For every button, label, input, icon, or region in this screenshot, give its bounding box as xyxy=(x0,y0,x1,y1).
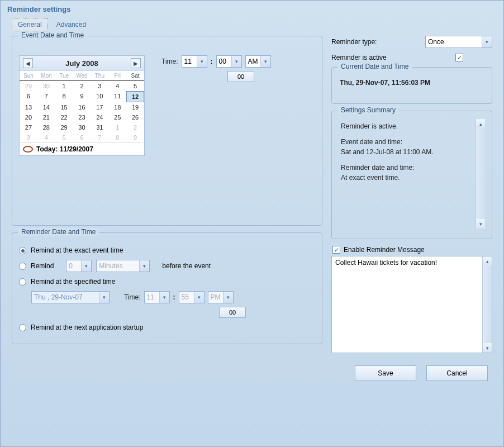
specified-date-dropdown[interactable]: Thu , 29-Nov-07 xyxy=(31,291,110,303)
cal-day[interactable]: 1 xyxy=(55,81,73,91)
radio-before-event[interactable] xyxy=(19,263,26,270)
cancel-button[interactable]: Cancel xyxy=(426,365,488,381)
reminder-legend: Reminder Date and Time xyxy=(18,228,99,236)
calendar-title: July 2008 xyxy=(65,59,98,68)
calendar-next-button[interactable]: ▶ xyxy=(131,58,141,68)
cal-day[interactable]: 13 xyxy=(20,102,37,112)
calendar-today-link[interactable]: Today: 11/29/2007 xyxy=(20,142,144,155)
current-date-time-group: Current Date and Time Thu, 29-Nov-07, 11… xyxy=(331,67,492,104)
cal-day[interactable]: 19 xyxy=(126,102,144,112)
reminder-active-label: Reminder is active xyxy=(331,54,387,61)
chevron-down-icon xyxy=(223,292,233,303)
tab-general[interactable]: General xyxy=(12,18,48,31)
event-date-time-group: Event Date and Time ◀ July 2008 ▶ Sun Mo… xyxy=(12,36,322,226)
cal-day[interactable]: 16 xyxy=(73,102,91,112)
event-hour-dropdown[interactable]: 11 xyxy=(182,55,207,68)
calendar-prev-button[interactable]: ◀ xyxy=(23,58,33,68)
cal-day[interactable]: 28 xyxy=(37,122,55,132)
cal-day[interactable]: 18 xyxy=(108,102,126,112)
cal-day[interactable]: 6 xyxy=(20,91,37,102)
cal-day[interactable]: 17 xyxy=(91,102,108,112)
summary-scrollbar[interactable]: ▴ ▾ xyxy=(476,119,485,229)
scroll-up-icon[interactable]: ▴ xyxy=(483,256,492,266)
dialog-button-row: Save Cancel xyxy=(1,358,503,389)
event-ampm-dropdown[interactable]: AM xyxy=(245,55,271,68)
reminder-message-textarea[interactable]: Collect Hawaii tickets for vacation! ▴ ▾ xyxy=(331,256,492,353)
chevron-down-icon xyxy=(99,292,109,303)
calendar[interactable]: ◀ July 2008 ▶ Sun Mon Tue Wed Thu Fri Sa… xyxy=(19,55,145,156)
tab-advanced[interactable]: Advanced xyxy=(50,18,92,31)
cal-day[interactable]: 30 xyxy=(73,122,91,132)
enable-message-checkbox[interactable] xyxy=(332,246,340,254)
cal-day[interactable]: 6 xyxy=(73,132,91,142)
cal-day[interactable]: 21 xyxy=(37,112,55,122)
radio-before-event-label: Remind xyxy=(31,262,54,270)
cal-day[interactable]: 4 xyxy=(108,81,126,91)
time-colon: : xyxy=(211,58,213,65)
cal-day[interactable]: 9 xyxy=(73,91,91,102)
cal-day[interactable]: 8 xyxy=(108,132,126,142)
chevron-down-icon xyxy=(482,36,492,47)
calendar-today-label: Today: 11/29/2007 xyxy=(36,145,93,153)
cal-day[interactable]: 3 xyxy=(91,81,108,91)
cal-day[interactable]: 27 xyxy=(20,122,37,132)
cal-day[interactable]: 24 xyxy=(91,112,108,122)
reminder-type-label: Reminder type: xyxy=(331,38,377,46)
cal-day-selected[interactable]: 12 xyxy=(126,91,144,102)
event-legend: Event Date and Time xyxy=(18,31,87,39)
cal-day[interactable]: 30 xyxy=(37,81,55,91)
chevron-down-icon xyxy=(260,56,270,67)
chevron-down-icon xyxy=(231,56,241,67)
cal-day[interactable]: 29 xyxy=(55,122,73,132)
cal-head-thu: Thu xyxy=(91,71,108,81)
specified-seconds-button[interactable]: 00 xyxy=(219,307,246,318)
cal-day[interactable]: 5 xyxy=(55,132,73,142)
current-date-time-value: Thu, 29-Nov-07, 11:56:03 PM xyxy=(339,75,485,97)
time-colon: : xyxy=(173,293,175,301)
cal-day[interactable]: 25 xyxy=(108,112,126,122)
before-unit-dropdown[interactable]: Minutes xyxy=(96,260,150,272)
cal-day[interactable]: 10 xyxy=(91,91,108,102)
reminder-settings-window: Reminder settings General Advanced Event… xyxy=(0,0,504,447)
specified-minute-dropdown[interactable]: 55 xyxy=(179,291,205,303)
radio-specified-time[interactable] xyxy=(19,278,26,286)
cal-day[interactable]: 4 xyxy=(37,132,55,142)
cal-head-sat: Sat xyxy=(126,71,144,81)
cal-head-wed: Wed xyxy=(73,71,91,81)
cal-day[interactable]: 26 xyxy=(126,112,144,122)
reminder-type-dropdown[interactable]: Once xyxy=(425,36,492,48)
cal-day[interactable]: 2 xyxy=(126,122,144,132)
scroll-down-icon[interactable]: ▾ xyxy=(483,343,492,353)
save-button[interactable]: Save xyxy=(355,365,416,381)
specified-hour-dropdown[interactable]: 11 xyxy=(144,291,170,303)
specified-ampm-dropdown[interactable]: PM xyxy=(208,291,234,303)
cal-day[interactable]: 23 xyxy=(73,112,91,122)
cal-day[interactable]: 5 xyxy=(126,81,144,91)
radio-next-startup[interactable] xyxy=(19,324,26,331)
radio-exact-time[interactable] xyxy=(19,247,26,254)
event-seconds-button[interactable]: 00 xyxy=(227,71,254,82)
scroll-up-icon[interactable]: ▴ xyxy=(476,119,485,129)
cal-day[interactable]: 2 xyxy=(73,81,91,91)
cal-day[interactable]: 3 xyxy=(20,132,37,142)
cal-day[interactable]: 1 xyxy=(108,122,126,132)
cal-day[interactable]: 31 xyxy=(91,122,108,132)
message-scrollbar[interactable]: ▴ ▾ xyxy=(482,256,492,353)
chevron-down-icon xyxy=(194,292,204,303)
cal-day[interactable]: 22 xyxy=(55,112,73,122)
cal-day[interactable]: 29 xyxy=(20,81,37,91)
today-icon xyxy=(23,146,33,153)
cal-day[interactable]: 7 xyxy=(91,132,108,142)
cal-day[interactable]: 7 xyxy=(37,91,55,102)
before-amount-dropdown[interactable]: 0 xyxy=(66,260,92,272)
radio-specified-time-label: Remind at the specified time xyxy=(31,278,115,286)
reminder-active-checkbox[interactable] xyxy=(455,54,463,61)
event-minute-dropdown[interactable]: 00 xyxy=(216,55,242,68)
cal-day[interactable]: 11 xyxy=(108,91,126,102)
scroll-down-icon[interactable]: ▾ xyxy=(476,219,485,229)
cal-day[interactable]: 9 xyxy=(126,132,144,142)
cal-day[interactable]: 15 xyxy=(55,102,73,112)
cal-day[interactable]: 14 xyxy=(37,102,55,112)
cal-day[interactable]: 8 xyxy=(55,91,73,102)
cal-day[interactable]: 20 xyxy=(20,112,37,122)
